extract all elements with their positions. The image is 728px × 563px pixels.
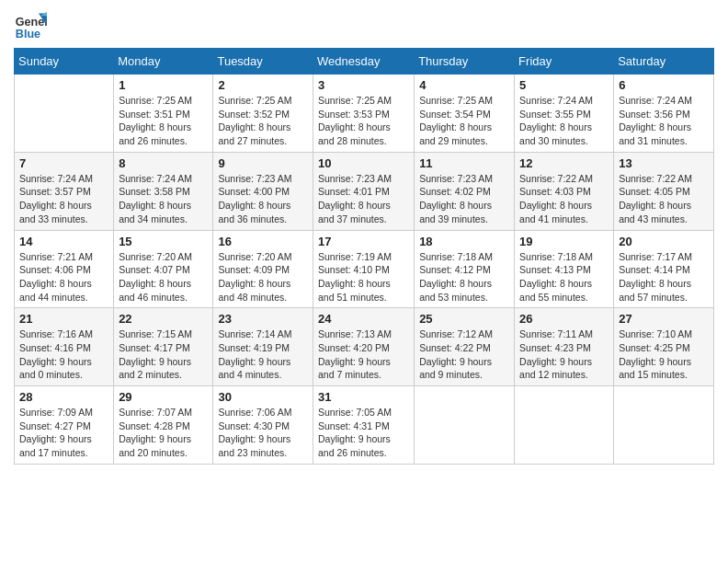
day-cell: 3Sunrise: 7:25 AMSunset: 3:53 PMDaylight… [313,75,415,153]
day-number: 12 [519,156,609,170]
day-number: 24 [318,312,409,326]
day-cell: 25Sunrise: 7:12 AMSunset: 4:22 PMDayligh… [415,308,515,386]
day-cell [415,386,515,465]
header-cell-sunday: Sunday [15,49,114,75]
day-cell: 2Sunrise: 7:25 AMSunset: 3:52 PMDaylight… [213,75,313,153]
calendar-table: SundayMondayTuesdayWednesdayThursdayFrid… [14,48,714,465]
day-number: 9 [218,156,308,170]
day-number: 11 [419,156,509,170]
day-info: Sunrise: 7:24 AMSunset: 3:55 PMDaylight:… [519,94,609,148]
week-row-0: 1Sunrise: 7:25 AMSunset: 3:51 PMDaylight… [15,75,714,153]
logo-icon: General Blue [14,9,47,42]
day-cell: 6Sunrise: 7:24 AMSunset: 3:56 PMDaylight… [614,75,714,153]
day-cell: 28Sunrise: 7:09 AMSunset: 4:27 PMDayligh… [15,386,114,465]
day-cell: 13Sunrise: 7:22 AMSunset: 4:05 PMDayligh… [614,152,714,230]
header-cell-thursday: Thursday [415,49,515,75]
header-cell-friday: Friday [515,49,614,75]
day-cell: 8Sunrise: 7:24 AMSunset: 3:58 PMDaylight… [114,152,213,230]
day-number: 10 [318,156,409,170]
day-info: Sunrise: 7:23 AMSunset: 4:01 PMDaylight:… [318,172,409,226]
day-info: Sunrise: 7:25 AMSunset: 3:53 PMDaylight:… [318,94,409,148]
day-number: 23 [218,312,308,326]
page-header: General Blue [14,9,714,42]
day-cell: 4Sunrise: 7:25 AMSunset: 3:54 PMDaylight… [415,75,515,153]
day-number: 25 [419,312,509,326]
day-cell: 7Sunrise: 7:24 AMSunset: 3:57 PMDaylight… [15,152,114,230]
day-info: Sunrise: 7:22 AMSunset: 4:03 PMDaylight:… [519,172,609,226]
day-cell: 15Sunrise: 7:20 AMSunset: 4:07 PMDayligh… [114,230,213,308]
logo: General Blue [14,9,47,42]
day-info: Sunrise: 7:19 AMSunset: 4:10 PMDaylight:… [318,250,409,304]
day-cell: 26Sunrise: 7:11 AMSunset: 4:23 PMDayligh… [515,308,614,386]
day-number: 16 [218,235,308,248]
day-cell [15,75,114,153]
day-cell: 10Sunrise: 7:23 AMSunset: 4:01 PMDayligh… [313,152,415,230]
day-number: 14 [19,235,108,248]
day-number: 26 [519,312,609,326]
header-row: SundayMondayTuesdayWednesdayThursdayFrid… [15,49,714,75]
day-cell: 29Sunrise: 7:07 AMSunset: 4:28 PMDayligh… [114,386,213,465]
day-info: Sunrise: 7:12 AMSunset: 4:22 PMDaylight:… [419,327,509,382]
day-number: 8 [119,156,208,170]
header-cell-wednesday: Wednesday [313,49,415,75]
svg-text:Blue: Blue [16,28,40,40]
day-number: 20 [619,235,709,248]
day-info: Sunrise: 7:15 AMSunset: 4:17 PMDaylight:… [119,327,208,382]
day-number: 6 [619,78,709,92]
day-info: Sunrise: 7:16 AMSunset: 4:16 PMDaylight:… [19,327,108,382]
day-number: 28 [19,390,108,404]
day-number: 3 [318,78,409,92]
day-info: Sunrise: 7:09 AMSunset: 4:27 PMDaylight:… [19,406,108,460]
day-info: Sunrise: 7:23 AMSunset: 4:00 PMDaylight:… [218,172,308,226]
day-number: 1 [119,78,208,92]
day-cell: 22Sunrise: 7:15 AMSunset: 4:17 PMDayligh… [114,308,213,386]
day-info: Sunrise: 7:06 AMSunset: 4:30 PMDaylight:… [218,406,308,460]
day-cell: 12Sunrise: 7:22 AMSunset: 4:03 PMDayligh… [515,152,614,230]
day-number: 7 [19,156,108,170]
day-info: Sunrise: 7:13 AMSunset: 4:20 PMDaylight:… [318,327,409,382]
day-number: 5 [519,78,609,92]
day-cell: 23Sunrise: 7:14 AMSunset: 4:19 PMDayligh… [213,308,313,386]
day-number: 2 [218,78,308,92]
day-info: Sunrise: 7:23 AMSunset: 4:02 PMDaylight:… [419,172,509,226]
header-cell-monday: Monday [114,49,213,75]
day-cell: 18Sunrise: 7:18 AMSunset: 4:12 PMDayligh… [415,230,515,308]
day-info: Sunrise: 7:22 AMSunset: 4:05 PMDaylight:… [619,172,709,226]
week-row-3: 21Sunrise: 7:16 AMSunset: 4:16 PMDayligh… [15,308,714,386]
day-number: 30 [218,390,308,404]
day-cell: 19Sunrise: 7:18 AMSunset: 4:13 PMDayligh… [515,230,614,308]
day-number: 31 [318,390,409,404]
day-number: 17 [318,235,409,248]
day-cell: 14Sunrise: 7:21 AMSunset: 4:06 PMDayligh… [15,230,114,308]
day-cell [515,386,614,465]
day-info: Sunrise: 7:05 AMSunset: 4:31 PMDaylight:… [318,406,409,460]
day-number: 13 [619,156,709,170]
day-cell: 31Sunrise: 7:05 AMSunset: 4:31 PMDayligh… [313,386,415,465]
day-info: Sunrise: 7:18 AMSunset: 4:13 PMDaylight:… [519,250,609,304]
day-info: Sunrise: 7:20 AMSunset: 4:07 PMDaylight:… [119,250,208,304]
day-cell: 11Sunrise: 7:23 AMSunset: 4:02 PMDayligh… [415,152,515,230]
day-info: Sunrise: 7:10 AMSunset: 4:25 PMDaylight:… [619,327,709,382]
day-cell [614,386,714,465]
day-number: 21 [19,312,108,326]
day-info: Sunrise: 7:25 AMSunset: 3:51 PMDaylight:… [119,94,208,148]
day-info: Sunrise: 7:17 AMSunset: 4:14 PMDaylight:… [619,250,709,304]
header-cell-saturday: Saturday [614,49,714,75]
day-info: Sunrise: 7:14 AMSunset: 4:19 PMDaylight:… [218,327,308,382]
week-row-2: 14Sunrise: 7:21 AMSunset: 4:06 PMDayligh… [15,230,714,308]
day-info: Sunrise: 7:25 AMSunset: 3:54 PMDaylight:… [419,94,509,148]
week-row-4: 28Sunrise: 7:09 AMSunset: 4:27 PMDayligh… [15,386,714,465]
day-cell: 20Sunrise: 7:17 AMSunset: 4:14 PMDayligh… [614,230,714,308]
day-cell: 1Sunrise: 7:25 AMSunset: 3:51 PMDaylight… [114,75,213,153]
day-info: Sunrise: 7:25 AMSunset: 3:52 PMDaylight:… [218,94,308,148]
day-info: Sunrise: 7:24 AMSunset: 3:57 PMDaylight:… [19,172,108,226]
day-cell: 27Sunrise: 7:10 AMSunset: 4:25 PMDayligh… [614,308,714,386]
day-info: Sunrise: 7:18 AMSunset: 4:12 PMDaylight:… [419,250,509,304]
header-cell-tuesday: Tuesday [213,49,313,75]
day-number: 4 [419,78,509,92]
day-cell: 16Sunrise: 7:20 AMSunset: 4:09 PMDayligh… [213,230,313,308]
day-number: 27 [619,312,709,326]
day-info: Sunrise: 7:11 AMSunset: 4:23 PMDaylight:… [519,327,609,382]
day-cell: 5Sunrise: 7:24 AMSunset: 3:55 PMDaylight… [515,75,614,153]
day-number: 29 [119,390,208,404]
